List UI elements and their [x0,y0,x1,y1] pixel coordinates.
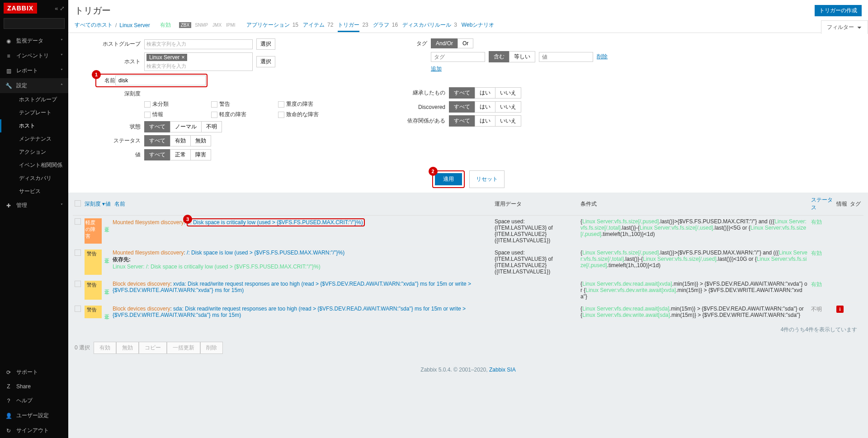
row-checkbox[interactable] [75,250,81,256]
search-input[interactable] [4,19,75,28]
create-trigger-button[interactable]: トリガーの作成 [815,5,862,16]
discoverseg-opt[interactable]: すべて [449,101,475,113]
depends-link[interactable]: Linux Server: /: Disk space is criticall… [113,264,321,270]
info-icon[interactable]: i [836,306,844,313]
status-link[interactable]: 有効 [811,281,836,288]
section-link-2[interactable]: トリガー [338,22,359,32]
filter-tab[interactable]: フィルター ⏷ [821,20,868,34]
severity-check[interactable]: 致命的な障害 [278,111,332,118]
nav-sub-メンテナンス[interactable]: メンテナンス [14,132,68,146]
expr-item-link[interactable]: Linux Server:vfs.dev.write.await[sda] [582,312,670,318]
host-link[interactable]: Linux Server [119,22,150,28]
zabbix-link[interactable]: Zabbix SIA [489,367,516,373]
nav-sub-イベント相関関係[interactable]: イベント相関関係 [14,159,68,172]
tag-add-link[interactable]: 追加 [431,65,442,73]
dependsseg-opt[interactable]: はい [475,115,495,127]
row-checkbox[interactable] [75,218,81,225]
expr-item-link[interactable]: Linux Server:vfs.fs.size[/,used] [643,256,717,262]
expr-item-link[interactable]: Linux Server:vfs.dev.read.await[sda] [582,306,670,312]
section-link-1[interactable]: アイテム [303,22,325,31]
section-link-0[interactable]: アプリケーション [246,22,290,31]
tag-remove-link[interactable]: 削除 [597,53,608,61]
tag-value-input[interactable] [539,52,593,62]
reset-button[interactable]: リセット [469,170,505,188]
bulk-action-button[interactable]: コピー [139,342,167,354]
inheritseg-opt[interactable]: はい [475,87,495,99]
discoverseg-opt[interactable]: はい [475,101,495,113]
stateseg-opt[interactable]: 不明 [201,121,222,132]
nav-item-0[interactable]: ◉監視データ˅ [0,33,68,48]
stateseg-opt[interactable]: すべて [144,121,170,132]
remove-host-icon[interactable]: × [181,54,184,61]
nav-item-3[interactable]: 🔧設定˄ [0,78,68,93]
expr-item-link[interactable]: Linux Server:vfs.fs.size[/,pused] [582,218,659,225]
statusseg-opt[interactable]: 無効 [190,135,211,146]
valueseg-opt[interactable]: 障害 [190,149,211,160]
statusseg-opt[interactable]: すべて [144,135,170,146]
apply-button[interactable]: 適用 [435,173,462,185]
expr-item-link[interactable]: Linux Server:vfs.dev.write.await[xvda] [585,287,676,293]
hostgroup-select[interactable]: 検索文字列を入力 [144,39,253,49]
host-select[interactable]: Linux Server× 検索文字列を入力 [144,52,253,71]
status-link[interactable]: 有効 [811,250,836,257]
col-severity[interactable]: 深刻度 ▾ [85,200,105,208]
valueseg-opt[interactable]: すべて [144,149,170,160]
severity-check[interactable]: 情報 [144,111,198,118]
statusseg-opt[interactable]: 有効 [170,135,191,146]
severity-check[interactable]: 未分類 [144,100,198,108]
discovery-link[interactable]: Mounted filesystem discovery [113,219,184,226]
row-checkbox[interactable] [75,281,81,287]
valueseg-opt[interactable]: 正常 [170,149,191,160]
nav-sub-ディスカバリ[interactable]: ディスカバリ [14,172,68,185]
nav-item-2[interactable]: ▥レポート˅ [0,63,68,78]
bulk-action-button[interactable]: 削除 [200,342,223,354]
bulk-action-button[interactable]: 有効 [94,342,116,354]
nav-sub-ホスト[interactable]: ホスト [0,119,68,132]
status-link[interactable]: 有効 [811,218,836,226]
sidebar-collapse-controls[interactable]: « ⤢ [55,5,65,12]
all-hosts-link[interactable]: すべてのホスト [75,21,113,29]
col-name[interactable]: 名前 [114,200,495,208]
footer-item-4[interactable]: ↻サインアウト [0,423,68,438]
trigger-name-link[interactable]: /: Disk space is low (used > {$VFS.FS.PU… [187,250,344,256]
footer-item-2[interactable]: ?ヘルプ [0,393,68,408]
dependsseg-opt[interactable]: すべて [449,115,475,127]
status-link[interactable]: 不明 [811,306,836,313]
discovery-link[interactable]: Mounted filesystem discovery [113,250,184,256]
discovery-link[interactable]: Block devices discovery [113,281,170,287]
footer-item-0[interactable]: ⟳サポート [0,365,68,380]
nav-sub-テンプレート[interactable]: テンプレート [14,106,68,119]
section-link-5[interactable]: Webシナリオ [462,22,494,31]
section-link-3[interactable]: グラフ [373,22,389,31]
host-picker-button[interactable]: 選択 [256,56,275,67]
tag-key-input[interactable] [431,52,485,62]
dependsseg-opt[interactable]: いいえ [495,115,521,127]
nav-item-4[interactable]: ✚管理˅ [0,198,68,213]
inheritseg-opt[interactable]: いいえ [495,87,521,99]
expr-item-link[interactable]: Linux Server:vfs.fs.size[/,pused] [582,250,659,256]
nav-sub-ホストグループ[interactable]: ホストグループ [14,93,68,106]
col-status[interactable]: ステータス [811,196,836,212]
discoverseg-opt[interactable]: いいえ [495,101,521,113]
section-link-4[interactable]: ディスカバリルール [402,22,451,31]
select-all-checkbox[interactable] [75,200,81,207]
severity-check[interactable]: 警告 [211,100,265,108]
footer-item-1[interactable]: ZShare [0,380,68,393]
nav-sub-サービス[interactable]: サービス [14,185,68,198]
bulk-action-button[interactable]: 一括更新 [167,342,200,354]
severity-check[interactable]: 重度の障害 [278,100,332,108]
discovery-link[interactable]: Block devices discovery [113,306,170,312]
expr-item-link[interactable]: Linux Server:vfs.fs.size[/,used] [640,225,713,231]
inheritseg-opt[interactable]: すべて [449,87,475,99]
bulk-action-button[interactable]: 無効 [116,342,139,354]
hostgroup-picker-button[interactable]: 選択 [256,38,275,50]
severity-check[interactable]: 軽度の障害 [211,111,265,118]
row-checkbox[interactable] [75,306,81,312]
trigger-name-link[interactable]: Disk space is critically low (used > {$V… [193,219,363,226]
stateseg-opt[interactable]: ノーマル [170,121,202,132]
name-filter-input[interactable] [115,75,206,85]
col-value[interactable]: 値 [105,200,114,208]
nav-sub-アクション[interactable]: アクション [14,146,68,159]
expr-item-link[interactable]: Linux Server:vfs.dev.read.await[xvda] [582,281,672,287]
nav-item-1[interactable]: ≡インベントリ˅ [0,48,68,63]
